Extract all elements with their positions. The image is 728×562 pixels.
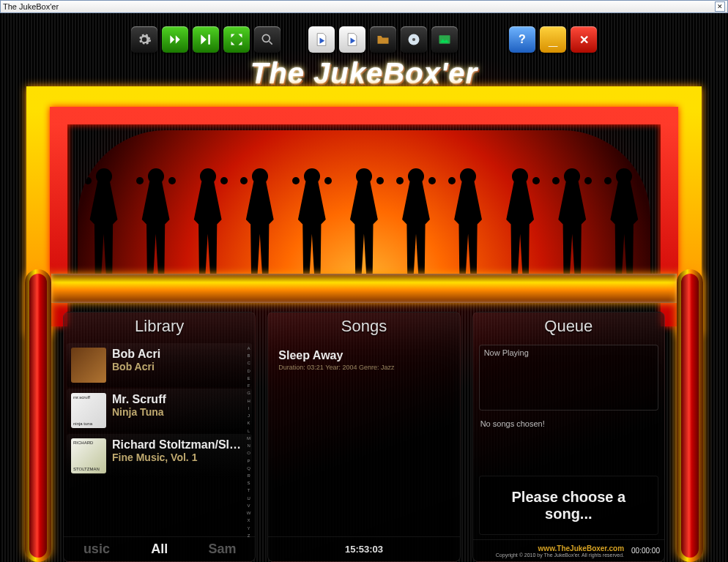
library-tabs: usicAllSam <box>64 536 255 561</box>
album-cover: RICHARDSTOLTZMAN <box>71 438 106 473</box>
gear-icon <box>137 32 152 47</box>
window-title: The JukeBox'er <box>3 2 59 11</box>
library-panel: Library Bob AcriBob Acrimr.scruffninja t… <box>63 312 256 562</box>
queue-body: No songs chosen! <box>479 413 658 471</box>
app-logo: The JukeBox'er <box>0 57 728 90</box>
jukebox-midbar <box>51 274 677 303</box>
close-icon: ✕ <box>579 33 589 47</box>
album-artist: Mr. Scruff <box>112 393 166 406</box>
album-artist: Bob Acri <box>112 348 160 361</box>
queue-prompt: Please choose a song... <box>479 476 658 535</box>
next-track-button[interactable] <box>162 26 188 53</box>
library-heading: Library <box>64 312 255 342</box>
window-close-button[interactable]: ✕ <box>715 1 725 12</box>
neon-pillar-right <box>677 269 703 562</box>
file-add-icon <box>345 32 360 47</box>
album-title: Bob Acri <box>112 361 160 372</box>
help-icon: ? <box>519 33 526 46</box>
songs-panel: Songs Sleep AwayDuration: 03:21 Year: 20… <box>267 312 460 562</box>
neon-pillar-left <box>25 269 51 562</box>
dancer-silhouettes <box>78 152 650 277</box>
album-item[interactable]: Bob AcriBob Acri <box>67 343 252 387</box>
album-artist: Richard Stoltzman/Slovak <box>112 438 248 452</box>
play-pause-icon <box>198 32 213 47</box>
album-title: Ninja Tuna <box>112 406 166 418</box>
folder-icon <box>376 32 390 47</box>
album-title: Fine Music, Vol. 1 <box>112 452 248 463</box>
expand-icon <box>229 32 244 47</box>
song-title: Sleep Away <box>278 349 449 362</box>
fullscreen-button[interactable] <box>223 26 250 53</box>
jukebox-frame: Library Bob AcriBob Acrimr.scruffninja t… <box>26 86 702 562</box>
add-and-play-button[interactable] <box>308 26 335 53</box>
content-area: Library Bob AcriBob Acrimr.scruffninja t… <box>59 307 669 562</box>
songs-footer-clock: 15:53:03 <box>268 536 459 561</box>
jukebox-display <box>78 130 650 277</box>
site-link[interactable]: www.TheJukeBoxer.com <box>496 544 624 552</box>
next-icon <box>168 32 182 47</box>
app-stage: ? _ ✕ The JukeBox'er Library Bob AcriBob… <box>0 13 728 562</box>
song-info: Duration: 03:21 Year: 2004 Genre: Jazz <box>278 364 449 371</box>
queue-footer: www.TheJukeBoxer.com Copyright © 2010 by… <box>473 539 664 561</box>
album-cover: mr.scruffninja tuna <box>71 393 106 428</box>
minimize-button[interactable]: _ <box>540 26 566 53</box>
svg-point-2 <box>412 38 415 41</box>
library-tab[interactable]: All <box>130 539 190 560</box>
album-list: Bob AcriBob Acrimr.scruffninja tunaMr. S… <box>64 342 255 479</box>
settings-button[interactable] <box>131 26 157 53</box>
library-tab[interactable]: usic <box>67 539 127 560</box>
cd-button[interactable] <box>401 26 427 53</box>
visualizer-button[interactable] <box>431 26 458 53</box>
album-item[interactable]: mr.scruffninja tunaMr. ScruffNinja Tuna <box>67 389 252 432</box>
alpha-index[interactable]: ABCDEFGHIJKLMNOPQRSTUVWXYZ <box>245 346 252 538</box>
search-icon <box>260 32 275 47</box>
play-pause-button[interactable] <box>193 26 219 53</box>
file-play-icon <box>314 32 329 47</box>
song-list: Sleep AwayDuration: 03:21 Year: 2004 Gen… <box>268 342 459 378</box>
add-to-queue-button[interactable] <box>339 26 365 53</box>
window-titlebar: The JukeBox'er ✕ <box>0 0 728 13</box>
library-tab[interactable]: Sam <box>193 539 253 560</box>
album-item[interactable]: RICHARDSTOLTZMANRichard Stoltzman/Slovak… <box>67 434 252 478</box>
album-cover <box>71 348 106 383</box>
svg-point-0 <box>262 34 270 42</box>
now-playing-label: Now Playing <box>484 348 529 357</box>
song-item[interactable]: Sleep AwayDuration: 03:21 Year: 2004 Gen… <box>268 342 459 378</box>
disc-icon <box>406 32 421 47</box>
songs-heading: Songs <box>268 312 459 342</box>
queue-panel: Queue Now Playing No songs chosen! Pleas… <box>472 312 665 562</box>
browse-button[interactable] <box>370 26 396 53</box>
now-playing-box: Now Playing <box>479 345 658 411</box>
copyright: Copyright © 2010 by The JukeBox'er. All … <box>496 552 624 558</box>
queue-heading: Queue <box>473 312 664 342</box>
help-button[interactable]: ? <box>509 26 535 53</box>
queue-empty-text: No songs chosen! <box>480 419 657 428</box>
queue-time: 00:00:00 <box>631 547 660 555</box>
search-button[interactable] <box>254 26 281 53</box>
exit-button[interactable]: ✕ <box>571 26 597 53</box>
image-icon <box>437 32 452 47</box>
main-toolbar: ? _ ✕ <box>0 26 728 53</box>
